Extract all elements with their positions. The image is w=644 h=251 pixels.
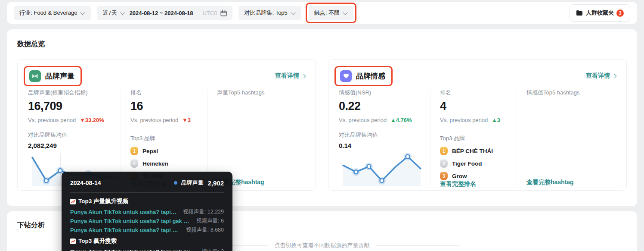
search-metric: 搜索量: 2 xyxy=(202,248,224,251)
voice-metric-label: 品牌声量(权重拟合指标) xyxy=(28,89,121,97)
brand-voice-card-title: 品牌声量 xyxy=(45,71,74,81)
gold-medal-icon: 1 xyxy=(130,147,138,155)
sentiment-trend-sparkline[interactable] xyxy=(339,151,425,186)
video-metric: 视频声量: 8,680 xyxy=(186,226,224,234)
audience-favorites-button[interactable]: 人群收藏夹 3 xyxy=(570,4,630,22)
tooltip-series-label: 品牌声量 xyxy=(181,179,203,187)
tooltip-video-row: Punya Akun TikTok untuk usaha? tapi gak … xyxy=(70,226,224,234)
video-link[interactable]: Punya Akun TikTok untuk usaha? tapi gak … xyxy=(70,209,178,215)
tooltip-divider xyxy=(70,192,224,193)
timezone-label: UTC0 xyxy=(202,10,217,16)
sentiment-hashtags-label: 情感值Top5 hashtags xyxy=(526,89,616,97)
voice-hashtags-label: 声量Top5 hashtags xyxy=(217,89,305,97)
brand-name: Grow xyxy=(452,173,467,179)
section-title: 数据总览 xyxy=(17,40,627,49)
video-metric: 视频声量: 12,229 xyxy=(183,208,224,216)
chevron-down-icon xyxy=(80,10,85,15)
folder-icon xyxy=(576,10,583,16)
voice-top3-label: Top3 品牌 xyxy=(130,135,207,142)
sentiment-rank-vs-previous: Vs. previous period ▲3 xyxy=(440,117,517,123)
list-item[interactable]: 2 Tiger Food xyxy=(440,159,517,168)
chevron-right-icon xyxy=(613,74,617,78)
voice-vs-previous: Vs. previous period ▼33.20% xyxy=(28,117,121,123)
brand-voice-card: 品牌声量 查看详情 品牌声量(权重拟合指标) 16,709 Vs. previo… xyxy=(17,59,316,191)
industry-filter-label: 行业: Food & Beverage xyxy=(19,9,77,17)
series-dot-icon xyxy=(174,181,177,185)
sentiment-vs-delta: ▲4.76% xyxy=(390,117,412,123)
chart-tooltip: 2024-08-14 品牌声量 2,902 Top3 声量飙升视频 Punya … xyxy=(62,172,232,251)
silver-medal-icon: 2 xyxy=(130,159,138,168)
sentiment-top3-label: Top3 品牌 xyxy=(440,135,517,142)
filter-bar: 行业: Food & Beverage 近7天 2024-08-12 ~ 202… xyxy=(7,2,637,24)
list-item[interactable]: 1 BẾP CHÈ THÁI xyxy=(440,147,517,155)
list-item[interactable]: 1 Pepsi xyxy=(130,147,207,155)
sentiment-metric-label: 情感值(NSR) xyxy=(339,89,430,97)
bronze-medal-icon: 3 xyxy=(440,172,448,180)
voice-rank-label: 排名 xyxy=(130,89,207,97)
tooltip-video-row: Punya Akun TikTok untuk usaha? tapi gak … xyxy=(70,208,224,216)
trend-chart-icon xyxy=(70,199,76,204)
voice-metric-value: 16,709 xyxy=(28,100,121,113)
sentiment-avg-value: 0.14 xyxy=(339,142,430,149)
audience-favorites-label: 人群收藏夹 xyxy=(586,9,614,17)
search-term: Punya Akun TikTok untuk usaha? tapi gak … xyxy=(70,248,197,251)
sentiment-rank-label: 排名 xyxy=(440,89,517,97)
sentiment-metric-column: 情感值(NSR) 0.22 Vs. previous period ▲4.76%… xyxy=(339,89,430,186)
sentiment-metric-value: 0.22 xyxy=(339,100,430,113)
tooltip-series-value: 2,902 xyxy=(207,179,224,187)
brand-sentiment-card-header: 品牌情感 查看详情 xyxy=(339,66,616,85)
sentiment-hashtags-column: 情感值Top5 hashtags 查看完整hashtag xyxy=(517,89,616,186)
sentiment-full-hashtag-link[interactable]: 查看完整hashtag xyxy=(526,179,616,186)
brand-name: Tiger Food xyxy=(452,160,482,167)
brand-sentiment-card: 品牌情感 查看详情 情感值(NSR) 0.22 Vs. previous per… xyxy=(328,59,627,191)
sentiment-rank-value: 4 xyxy=(440,100,517,113)
brand-set-filter[interactable]: 对比品牌集: Top5 xyxy=(238,6,301,20)
sentiment-rank-vs-delta: ▲3 xyxy=(492,117,500,123)
video-metric: 视频声量: 6 xyxy=(196,217,224,225)
sentiment-view-details-link[interactable]: 查看详情 xyxy=(586,72,616,80)
voice-vs-delta: ▼33.20% xyxy=(80,117,104,123)
broadcast-icon xyxy=(29,70,41,82)
sentiment-rank-column: 排名 4 Vs. previous period ▲3 Top3 品牌 1 BẾ… xyxy=(430,89,517,186)
date-range-value: 2024-08-12 ~ 2024-08-18 xyxy=(130,10,193,16)
sentiment-vs-previous: Vs. previous period ▲4.76% xyxy=(339,117,430,123)
chevron-down-icon xyxy=(343,10,347,15)
chevron-down-icon xyxy=(291,10,295,15)
video-link[interactable]: Punya Akun TikTok untuk usaha? tapi gak … xyxy=(70,218,191,224)
sentiment-full-ranking-link[interactable]: 查看完整排名 xyxy=(440,180,517,188)
voice-avg-label: 对比品牌集均值 xyxy=(28,131,121,139)
gold-medal-icon: 1 xyxy=(440,147,448,155)
tooltip-video-row: Punya Akun TikTok untuk usaha? tapi gak … xyxy=(70,217,224,225)
brand-set-filter-label: 对比品牌集: Top5 xyxy=(244,9,287,17)
brand-sentiment-card-title: 品牌情感 xyxy=(356,71,385,81)
list-item[interactable]: 2 Heineken xyxy=(130,159,207,168)
sentiment-avg-label: 对比品牌集均值 xyxy=(339,131,430,139)
voice-rank-value: 16 xyxy=(130,100,207,113)
overview-cards-row: 品牌声量 查看详情 品牌声量(权重拟合指标) 16,709 Vs. previo… xyxy=(17,59,627,191)
voice-rank-vs-delta: ▼3 xyxy=(182,117,191,123)
voice-view-details-link[interactable]: 查看详情 xyxy=(275,72,305,80)
date-range-filter[interactable]: 近7天 2024-08-12 ~ 2024-08-18 UTC0 xyxy=(97,6,232,20)
tooltip-searches-section-title: Top3 飙升搜索 xyxy=(70,237,224,245)
brand-name: Heineken xyxy=(142,160,168,167)
list-item[interactable]: 3 Grow xyxy=(440,172,517,180)
voice-rank-vs-previous: Vs. previous period ▼3 xyxy=(130,117,207,123)
touchpoint-filter-label: 触点: 不限 xyxy=(314,9,340,17)
dashboard-root: 行业: Food & Beverage 近7天 2024-08-12 ~ 202… xyxy=(0,0,644,251)
calendar-icon[interactable] xyxy=(220,10,227,16)
audience-favorites-badge: 3 xyxy=(616,9,624,17)
silver-medal-icon: 2 xyxy=(440,159,448,168)
drilldown-hint-text: 点击切换可查看不同数据源的声量贡献 xyxy=(275,242,370,249)
divider-line xyxy=(376,245,460,246)
brand-name: Pepsi xyxy=(142,148,158,154)
brand-name: BẾP CHÈ THÁI xyxy=(452,148,493,154)
voice-avg-value: 2,082,249 xyxy=(28,142,121,149)
video-link[interactable]: Punya Akun TikTok untuk usaha? tapi gak … xyxy=(70,227,181,233)
date-preset-label: 近7天 xyxy=(102,9,117,17)
brand-voice-card-header: 品牌声量 查看详情 xyxy=(28,66,305,85)
touchpoint-filter[interactable]: 触点: 不限 xyxy=(309,6,353,20)
industry-filter[interactable]: 行业: Food & Beverage xyxy=(14,6,91,20)
trend-chart-icon xyxy=(70,238,76,244)
brand-sentiment-highlight-box: 品牌情感 xyxy=(334,66,393,86)
brand-voice-highlight-box: 品牌声量 xyxy=(24,66,82,86)
